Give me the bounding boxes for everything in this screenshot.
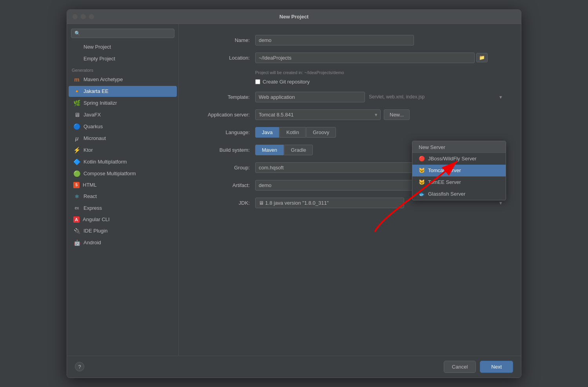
html-icon: 5: [73, 182, 80, 188]
location-hint: Project will be created in: ~/IdeaProjec…: [255, 70, 505, 75]
artifact-label: Artifact:: [194, 182, 255, 188]
app-server-row: Application server: Tomcat 8.5.841 ▾ New…: [194, 109, 505, 120]
create-git-checkbox[interactable]: [255, 79, 260, 84]
sidebar-item-micronaut[interactable]: μ Micronaut: [69, 133, 177, 144]
server-dropdown-popup: New Server 🔴 JBoss/WildFly Server 🐱 Tomc…: [412, 141, 506, 200]
app-server-field-wrapper: Tomcat 8.5.841 ▾ New...: [255, 109, 505, 120]
kotlin-mp-icon: 🔷: [73, 158, 80, 165]
sidebar-item-angular-cli[interactable]: A Angular CLI: [69, 214, 177, 225]
location-label: Location:: [194, 55, 255, 61]
sidebar-item-express[interactable]: ex Express: [69, 203, 177, 214]
dropdown-item-tomcat[interactable]: 🐱 Tomcat Server: [412, 165, 506, 176]
dropdown-item-label: Glassfish Server: [428, 191, 465, 197]
template-chevron-icon: ▾: [499, 94, 502, 100]
sidebar-item-react[interactable]: ⚛ React: [69, 191, 177, 202]
jdk-chevron-icon: ▾: [499, 200, 502, 206]
main-content: Name: Location: 📁 Project will be create…: [179, 24, 521, 356]
name-input[interactable]: [255, 35, 414, 45]
sidebar-item-empty-project[interactable]: Empty Project: [69, 53, 177, 64]
spring-icon: 🌿: [73, 100, 80, 107]
location-input[interactable]: [255, 53, 475, 63]
maximize-button[interactable]: [89, 14, 94, 19]
lang-groovy-button[interactable]: Groovy: [306, 127, 336, 138]
minimize-button[interactable]: [81, 14, 86, 19]
template-hint: Servlet, web.xml, index.jsp: [369, 94, 425, 100]
dropdown-item-label: TomEE Server: [428, 179, 461, 185]
artifact-input[interactable]: [255, 180, 414, 191]
sidebar-item-label: Angular CLI: [83, 216, 110, 222]
template-row: Template: Web application ▾ Servlet, web…: [194, 92, 505, 102]
search-box[interactable]: 🔍: [71, 29, 174, 38]
sidebar-item-new-project[interactable]: New Project: [69, 42, 177, 53]
dialog-footer: ? Cancel Next: [67, 356, 521, 378]
sidebar-item-label: HTML: [83, 182, 96, 188]
sidebar-item-javafx[interactable]: 🖥 JavaFX: [69, 109, 177, 120]
sidebar-item-label: Ktor: [83, 147, 93, 153]
new-server-button[interactable]: New...: [384, 109, 410, 120]
glassfish-icon: 🐟: [419, 191, 425, 197]
dropdown-item-tomee[interactable]: 🐱 TomEE Server: [412, 176, 506, 188]
ktor-icon: ⚡: [73, 147, 80, 154]
window-controls: [73, 14, 94, 19]
sidebar-item-label: React: [83, 193, 97, 199]
sidebar-item-label: Micronaut: [83, 135, 106, 141]
language-label: Language:: [194, 129, 255, 135]
generators-label: Generators: [67, 65, 178, 74]
sidebar-item-html[interactable]: 5 HTML: [69, 180, 177, 190]
empty-project-icon: [73, 55, 80, 62]
sidebar-item-label: Android: [83, 240, 101, 245]
dropdown-item-label: JBoss/WildFly Server: [428, 156, 477, 162]
build-maven-button[interactable]: Maven: [255, 145, 284, 155]
lang-java-button[interactable]: Java: [255, 127, 279, 138]
cancel-button[interactable]: Cancel: [444, 361, 476, 373]
sidebar-item-label: Jakarta EE: [83, 88, 109, 94]
build-system-label: Build system:: [194, 147, 255, 153]
dropdown-item-label: Tomcat Server: [428, 167, 461, 173]
dropdown-item-glassfish[interactable]: 🐟 Glassfish Server: [412, 188, 506, 200]
express-icon: ex: [73, 205, 80, 212]
react-icon: ⚛: [73, 193, 80, 200]
jdk-select[interactable]: 🖥 1.8 java version "1.8.0_311": [255, 198, 404, 208]
app-server-select[interactable]: Tomcat 8.5.841: [255, 109, 381, 120]
sidebar-item-jakarta-ee[interactable]: 🔸 Jakarta EE: [69, 86, 177, 97]
sidebar-item-label: New Project: [83, 44, 111, 50]
search-input[interactable]: [83, 31, 171, 36]
sidebar-item-ktor[interactable]: ⚡ Ktor: [69, 145, 177, 156]
browse-button[interactable]: 📁: [476, 53, 488, 62]
sidebar-item-label: Quarkus: [83, 124, 103, 129]
template-field-wrapper: Web application ▾ Servlet, web.xml, inde…: [255, 92, 505, 102]
dropdown-item-jboss[interactable]: 🔴 JBoss/WildFly Server: [412, 153, 506, 165]
lang-kotlin-button[interactable]: Kotlin: [279, 127, 306, 138]
sidebar-item-kotlin-multiplatform[interactable]: 🔷 Kotlin Multiplatform: [69, 156, 177, 167]
sidebar: 🔍 New Project Empty Project Generators m…: [67, 24, 179, 356]
dialog-title: New Project: [279, 14, 309, 20]
sidebar-item-label: JavaFX: [83, 112, 101, 118]
help-button[interactable]: ?: [75, 362, 84, 371]
template-label: Template:: [194, 94, 255, 100]
close-button[interactable]: [73, 14, 78, 19]
group-input[interactable]: [255, 162, 414, 173]
micronaut-icon: μ: [73, 135, 80, 142]
location-row: Location: 📁: [194, 53, 505, 63]
sidebar-item-label: Spring Initializr: [83, 100, 117, 106]
sidebar-item-quarkus[interactable]: 🔵 Quarkus: [69, 121, 177, 132]
group-label: Group:: [194, 165, 255, 171]
angular-icon: A: [73, 216, 80, 223]
sidebar-item-spring-initializr[interactable]: 🌿 Spring Initializr: [69, 98, 177, 109]
search-icon: 🔍: [74, 31, 80, 36]
sidebar-item-compose-multiplatform[interactable]: 🟢 Compose Multiplatform: [69, 168, 177, 179]
compose-icon: 🟢: [73, 170, 80, 177]
sidebar-item-label: Kotlin Multiplatform: [83, 159, 127, 165]
sidebar-item-maven-archetype[interactable]: m Maven Archetype: [69, 74, 177, 85]
sidebar-item-label: Compose Multiplatform: [83, 171, 136, 176]
sidebar-item-android[interactable]: 🤖 Android: [69, 237, 177, 248]
language-row: Language: Java Kotlin Groovy: [194, 127, 505, 138]
name-row: Name:: [194, 35, 505, 45]
template-select[interactable]: Web application: [255, 92, 365, 102]
build-gradle-button[interactable]: Gradle: [284, 145, 313, 155]
quarkus-icon: 🔵: [73, 123, 80, 130]
maven-icon: m: [73, 76, 80, 83]
sidebar-item-ide-plugin[interactable]: 🔌 IDE Plugin: [69, 225, 177, 236]
sidebar-item-label: IDE Plugin: [83, 228, 107, 234]
next-button[interactable]: Next: [480, 361, 513, 373]
